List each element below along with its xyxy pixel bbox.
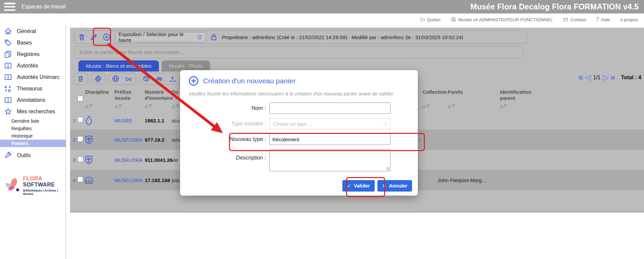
domain-cell: vie: [172, 157, 178, 163]
wrench-icon: [4, 151, 12, 160]
tag-icon: [4, 39, 12, 47]
arch-icon: [84, 175, 94, 185]
create-basket-modal: Création d'un nouveau panier Veuillez fo…: [180, 70, 418, 196]
row-number: 1: [73, 118, 75, 123]
modal-title: Création d'un nouveau panier: [188, 76, 296, 86]
description-textarea[interactable]: [269, 149, 391, 171]
mask-icon: [84, 135, 94, 144]
resize-grip[interactable]: [386, 167, 389, 170]
nom-input[interactable]: [269, 103, 391, 114]
sort-prefixe[interactable]: △▽: [114, 103, 122, 108]
sort-collection[interactable]: △▽: [422, 103, 430, 108]
owner-info: Propriétaire : adminfonc (Créé le : 21/0…: [222, 34, 463, 40]
next-page-button[interactable]: ▷: [603, 74, 609, 81]
vase-icon: [84, 116, 94, 125]
valider-button[interactable]: ✓ Valider: [342, 180, 375, 192]
settings-button[interactable]: [91, 73, 105, 85]
pagination: « ◁ 1/1 ▷ » Total : 4: [578, 73, 641, 82]
sort-domaine[interactable]: △▽: [172, 103, 179, 108]
col-prefixe: Préfixe musée: [114, 89, 138, 101]
basket-toolbar: Exposition / Selection pour le havre Pro…: [74, 30, 527, 44]
glasses-icon[interactable]: [125, 75, 133, 83]
plus-circle-icon: [103, 33, 111, 41]
sort-fonds[interactable]: △▽: [448, 103, 455, 108]
app-title: Musée Flora Decalog Flora FORMATION v4.5: [470, 2, 639, 11]
basket-select[interactable]: Exposition / Selection pour le havre: [115, 32, 206, 42]
refresh-icon[interactable]: [197, 34, 203, 40]
record-link[interactable]: MUSFLORA: [114, 177, 142, 183]
type-existant-select[interactable]: Choisir un type ...: [269, 118, 391, 130]
row-number: 3: [73, 157, 75, 163]
remove-records-button[interactable]: [73, 73, 88, 85]
aide-button[interactable]: ? Aide: [596, 17, 610, 23]
sidebar-item-registres[interactable]: Registres: [0, 49, 66, 60]
download-icon[interactable]: [169, 75, 176, 83]
sidebar-subitem-paniers[interactable]: Paniers: [0, 140, 66, 147]
record-link[interactable]: MUSFLORA: [114, 137, 142, 143]
sort-numero[interactable]: △▽: [145, 103, 152, 108]
sidebar-subitem-requetes[interactable]: Requêtes: [0, 125, 66, 132]
row-checkbox[interactable]: [77, 117, 83, 123]
delete-basket-icon[interactable]: [78, 33, 86, 41]
col-fonds: Fonds: [448, 89, 468, 95]
record-link[interactable]: MUSFLORA: [114, 157, 142, 163]
sidebar-item-autorites[interactable]: Autorités: [0, 60, 66, 71]
sidebar-item-autorites-unimarc[interactable]: Autorités Unimarc: [0, 71, 66, 83]
flora-app: Espaces de travail Musée Flora Decalog F…: [0, 0, 644, 259]
sidebar-item-bases[interactable]: Bases: [0, 37, 66, 49]
sidebar-item-general[interactable]: Général: [0, 26, 66, 37]
brand-software: SOFTWARE: [23, 182, 55, 188]
col-identification: Identification parent: [500, 89, 537, 101]
col-discipline: Discipline: [85, 89, 115, 95]
annuler-button[interactable]: × Annuler: [377, 180, 412, 192]
chevron-down-icon: [383, 121, 387, 125]
record-link[interactable]: MUSEE: [114, 118, 132, 123]
select-all-checkbox[interactable]: [77, 96, 83, 102]
lock-icon[interactable]: [210, 33, 218, 41]
sort-alpha-icon: AB: [4, 85, 12, 93]
sidebar-subitem-derniere-liste[interactable]: Dernière liste: [0, 117, 66, 125]
check-icon: ✓: [347, 183, 351, 189]
sidebar-item-outils[interactable]: Outils: [0, 150, 66, 161]
row-checkbox[interactable]: [77, 156, 83, 162]
user-account[interactable]: Musée v4 ADMINISTRATEUR FONCTIONNEL: [451, 17, 553, 22]
copies-icon: [4, 50, 12, 58]
top-header-bar: Espaces de travail Musée Flora Decalog F…: [0, 0, 644, 13]
brand-flora: FLORA: [23, 176, 42, 181]
hamburger-menu-icon[interactable]: [4, 3, 15, 11]
brand-tagline: Bibliothèques | Archives | Musées: [23, 189, 66, 196]
contact-button[interactable]: Contact: [563, 17, 586, 22]
record-toolbar: [73, 73, 180, 85]
gear-icon: [94, 75, 102, 83]
sidebar-item-thesaurus[interactable]: AB Thesaurus: [0, 83, 66, 94]
package-icon[interactable]: [142, 75, 150, 83]
sidebar-item-mes-recherches[interactable]: Mes recherches: [0, 106, 66, 117]
exit-icon: [420, 17, 425, 22]
eye-of-horus-icon[interactable]: [156, 75, 163, 83]
sort-discipline[interactable]: △▽: [85, 103, 93, 108]
sort-identification[interactable]: △▽: [500, 103, 508, 108]
globe-icon[interactable]: [112, 75, 120, 83]
nouveau-type-input[interactable]: [269, 134, 391, 145]
workspace-label[interactable]: Espaces de travail: [22, 4, 66, 10]
sidebar-item-annotations[interactable]: Annotations: [0, 94, 66, 106]
row-checkbox[interactable]: [77, 177, 83, 182]
inventory-number: 1862.1.1: [145, 118, 164, 123]
last-page-button[interactable]: »: [610, 73, 615, 82]
edit-basket-icon[interactable]: [90, 33, 98, 41]
apropos-button[interactable]: A propos: [620, 17, 638, 22]
prev-page-button[interactable]: ◁: [585, 74, 591, 81]
export-group: [139, 73, 180, 85]
trash-icon: [77, 75, 84, 83]
add-basket-button[interactable]: [102, 32, 111, 42]
domain-cell: arts: [172, 137, 180, 143]
quitter-button[interactable]: Quitter: [420, 17, 441, 22]
tab-biens-et-ensembles[interactable]: Musée : Biens et ensembles: [78, 60, 159, 71]
flora-flower-icon: [4, 175, 21, 196]
page-indicator: 1/1: [593, 75, 601, 81]
row-checkbox[interactable]: [77, 136, 83, 142]
star-icon: [4, 108, 12, 116]
basket-description[interactable]: Editer le panier pour fournir une descri…: [74, 46, 523, 58]
sidebar-subitem-historique[interactable]: Historique: [0, 132, 66, 140]
first-page-button[interactable]: «: [578, 73, 583, 82]
